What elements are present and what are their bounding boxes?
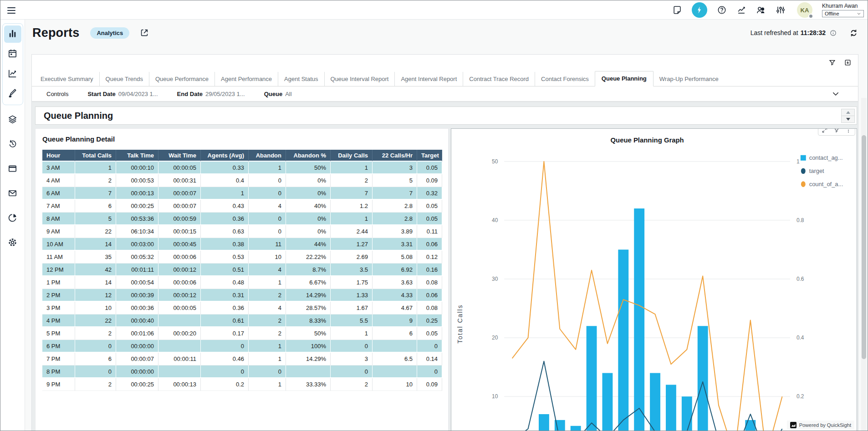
insights-icon[interactable] (736, 5, 746, 15)
vertical-scrollbar[interactable] (861, 98, 867, 431)
tab-agent-status[interactable]: Agent Status (278, 72, 324, 86)
status-value: Offline (825, 11, 839, 16)
table-cell: 00:00:07 (158, 200, 201, 213)
menu-icon[interactable] (6, 5, 17, 16)
table-cell: 0% (286, 174, 331, 187)
control-queue[interactable]: QueueAll (264, 91, 292, 97)
table-cell: 0.36 (201, 302, 249, 314)
tab-executive-summary[interactable]: Executive Summary (35, 72, 99, 86)
tab-wrap-up-performance[interactable]: Wrap-Up Performance (654, 72, 725, 86)
table-cell (158, 340, 201, 353)
table-cell: 6.92 (373, 264, 417, 276)
filter-icon[interactable] (828, 59, 836, 66)
export-icon[interactable] (844, 59, 852, 66)
table-cell: 2 PM (42, 289, 75, 302)
table-row: 8 AM500:53:3600:00:590.3600%12.80.05 (42, 213, 442, 225)
agents-icon[interactable] (756, 5, 766, 15)
legend-item-contact-ag-[interactable]: contact_ag... (801, 154, 843, 161)
column-header: Hour (42, 150, 75, 162)
line-count_of_a... (512, 162, 782, 431)
layers-icon (7, 114, 18, 127)
legend-label: count_of_a... (809, 181, 843, 188)
table-cell: 0.05 (417, 162, 442, 174)
table-cell: 00:00:10 (116, 162, 158, 174)
sidebar-item-line-chart[interactable] (4, 66, 21, 83)
table-cell: 0.16 (417, 264, 442, 276)
avatar[interactable]: KA (797, 2, 812, 18)
sidebar-item-history[interactable] (4, 136, 21, 153)
status-select[interactable]: Offline (822, 10, 864, 17)
sidebar-item-window[interactable] (4, 161, 21, 178)
left-axis-tick: 10 (492, 393, 498, 400)
external-link-icon[interactable] (139, 28, 149, 38)
design-icon (7, 88, 18, 101)
table-cell: 1.2 (331, 200, 373, 213)
table-cell (373, 365, 417, 378)
legend-item-target[interactable]: target (801, 167, 824, 174)
table-cell: 00:00:00 (116, 365, 158, 378)
control-end-date[interactable]: End Date29/05/2023 1... (177, 91, 245, 97)
table-cell: 00:00:59 (158, 213, 201, 225)
tab-contract-trace-record[interactable]: Contract Trace Record (463, 72, 535, 86)
table-cell: 3 AM (42, 162, 75, 174)
panels: Queue Planning Detail HourTotal CallsTal… (35, 128, 857, 431)
history-icon (7, 139, 18, 151)
sidebar-item-mail[interactable] (4, 185, 21, 203)
visual-filter-icon[interactable] (833, 128, 840, 133)
table-row: 9 AM2206:10:3400:00:150.6300%2.443.890.1… (42, 225, 442, 238)
sidebar-secondary (4, 112, 21, 259)
tab-agent-interval-report[interactable]: Agent Interval Report (394, 72, 463, 86)
table-cell: 4 (249, 302, 286, 314)
table-cell: 2 (75, 174, 116, 187)
tab-queue-trends[interactable]: Queue Trends (99, 72, 149, 86)
menu-kebab-icon[interactable] (845, 128, 852, 133)
control-start-date[interactable]: Start Date09/04/2023 1... (87, 91, 158, 97)
help-icon[interactable] (717, 5, 727, 15)
sidebar-item-layers[interactable] (4, 112, 21, 129)
table-cell: 0.09 (417, 378, 442, 391)
sidebar-item-gear[interactable] (4, 234, 21, 252)
maximize-icon[interactable] (822, 128, 828, 133)
right-axis-tick: 1 (797, 158, 800, 165)
flash-icon[interactable] (692, 2, 707, 18)
table-cell: 14 (75, 238, 116, 251)
table-cell: 2 (75, 378, 116, 391)
scrollbar-thumb[interactable] (862, 135, 866, 359)
tab-queue-interval-report[interactable]: Queue Interval Report (324, 72, 395, 86)
table-cell: 00:01:11 (116, 264, 158, 276)
bar-contact_ag... (745, 420, 756, 431)
sidebar-item-pie-chart[interactable] (4, 210, 21, 227)
controls-label: Controls (46, 91, 68, 97)
refresh-icon[interactable] (849, 28, 858, 38)
table-cell: 00:00:31 (158, 174, 201, 187)
tab-agent-performance[interactable]: Agent Performance (214, 72, 278, 86)
tab-queue-performance[interactable]: Queue Performance (149, 72, 214, 86)
left-axis-tick: 20 (492, 335, 498, 341)
legend-item-count-of-a-[interactable]: count_of_a... (801, 181, 843, 188)
table-cell: 7 (373, 187, 417, 200)
sidebar-item-bar-chart[interactable] (4, 25, 21, 43)
table-cell: 8.7% (286, 264, 331, 276)
table-cell: 8 AM (42, 213, 75, 225)
table-cell (158, 314, 201, 327)
table-cell: 0.05 (417, 213, 442, 225)
left-axis-tick: 50 (492, 158, 498, 165)
tab-contact-forensics[interactable]: Contact Forensics (535, 72, 595, 86)
tab-queue-planning[interactable]: Queue Planning (595, 71, 654, 86)
table-cell: 0.2 (201, 378, 249, 391)
table-cell: 7 (331, 187, 373, 200)
table-panel-title: Queue Planning Detail (42, 135, 441, 143)
notes-icon[interactable] (672, 5, 682, 15)
step-up-button[interactable] (842, 109, 854, 116)
sidebar-item-calendar[interactable] (4, 46, 21, 63)
preferences-icon[interactable] (776, 5, 786, 15)
collapse-chevron-icon[interactable] (832, 90, 840, 98)
table-cell: 6.5 (373, 353, 417, 365)
step-down-button[interactable] (842, 116, 854, 122)
control-value: 29/05/2023 1... (205, 91, 245, 97)
table-cell: 0.25 (417, 314, 442, 327)
sidebar-item-design[interactable] (4, 86, 21, 103)
topbar: KA Khurram Awan Offline (0, 0, 868, 20)
user-name: Khurram Awan (822, 3, 858, 9)
info-icon[interactable] (829, 29, 837, 37)
